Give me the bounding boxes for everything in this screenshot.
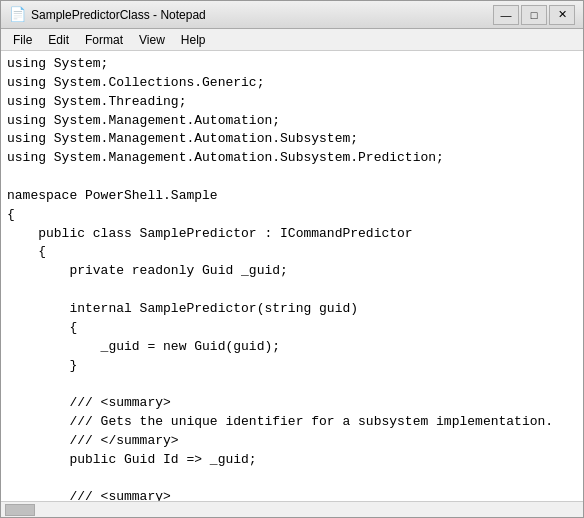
title-bar: 📄 SamplePredictorClass - Notepad — □ ✕ <box>1 1 583 29</box>
minimize-button[interactable]: — <box>493 5 519 25</box>
menu-view[interactable]: View <box>131 31 173 49</box>
menu-file[interactable]: File <box>5 31 40 49</box>
close-button[interactable]: ✕ <box>549 5 575 25</box>
code-editor[interactable]: using System; using System.Collections.G… <box>1 51 583 501</box>
maximize-button[interactable]: □ <box>521 5 547 25</box>
notepad-window: 📄 SamplePredictorClass - Notepad — □ ✕ F… <box>0 0 584 518</box>
editor-area[interactable]: using System; using System.Collections.G… <box>1 51 583 501</box>
menu-bar: File Edit Format View Help <box>1 29 583 51</box>
horizontal-scrollbar[interactable] <box>1 501 583 517</box>
scrollbar-thumb[interactable] <box>5 504 35 516</box>
app-icon: 📄 <box>9 7 25 23</box>
window-title: SamplePredictorClass - Notepad <box>31 8 493 22</box>
menu-format[interactable]: Format <box>77 31 131 49</box>
menu-help[interactable]: Help <box>173 31 214 49</box>
menu-edit[interactable]: Edit <box>40 31 77 49</box>
window-controls: — □ ✕ <box>493 5 575 25</box>
